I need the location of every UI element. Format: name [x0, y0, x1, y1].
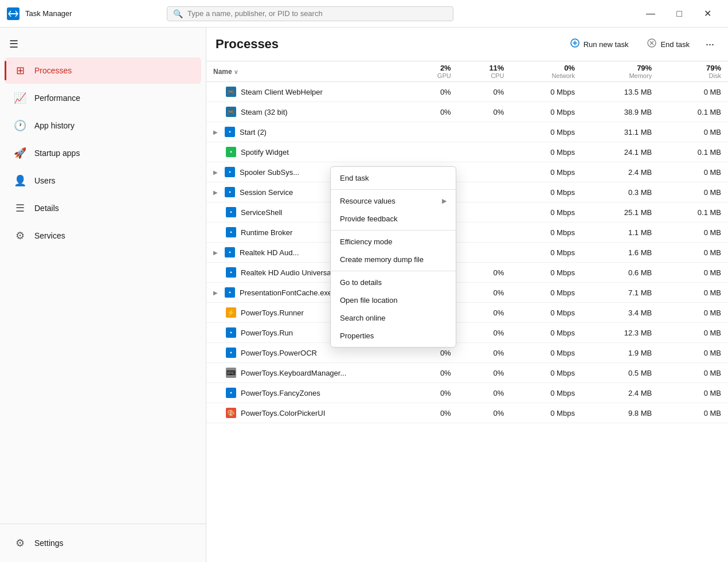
- table-row[interactable]: ▪ Spotify Widget 0 Mbps 24.1 MB 0.1 MB: [206, 142, 728, 162]
- sidebar-item-performance[interactable]: 📈 Performance: [5, 85, 201, 111]
- memory-cell: 12.3 MB: [582, 323, 659, 343]
- context-menu-item-provide-feedback[interactable]: Provide feedback: [331, 210, 456, 228]
- expand-arrow[interactable]: ▶: [213, 169, 218, 175]
- context-menu-label-go-to-details: Go to details: [340, 278, 382, 287]
- context-menu-item-efficiency-mode[interactable]: Efficiency mode: [331, 233, 456, 251]
- sidebar-item-settings[interactable]: ⚙ Settings: [5, 530, 201, 556]
- table-row[interactable]: ▶ ▪ PresentationFontCache.exe 0% 0% 0 Mb…: [206, 283, 728, 303]
- users-icon: 👤: [14, 174, 26, 187]
- col-header-network[interactable]: 0% Network: [511, 61, 582, 82]
- context-menu-item-open-file-location[interactable]: Open file location: [331, 291, 456, 309]
- context-menu-item-resource-values[interactable]: Resource values ▶: [331, 192, 456, 210]
- table-row[interactable]: ▪ Runtime Broker 0 Mbps 1.1 MB 0 MB: [206, 223, 728, 243]
- cpu-cell: 0%: [458, 403, 511, 423]
- table-row[interactable]: 🎮 Steam (32 bit) 0% 0% 0 Mbps 38.9 MB 0.…: [206, 102, 728, 122]
- table-row[interactable]: ▪ Realtek HD Audio Universal Se... 0% 0%…: [206, 263, 728, 283]
- disk-cell: 0 MB: [659, 122, 728, 142]
- process-name: Session Service: [240, 188, 293, 197]
- table-row[interactable]: ▶ ▪ Start (2) 0 Mbps 31.1 MB 0 MB: [206, 122, 728, 142]
- cpu-cell: 0%: [458, 323, 511, 343]
- process-name: PowerToys.Run: [241, 329, 293, 337]
- sidebar-item-processes[interactable]: ⊞ Processes: [5, 57, 201, 84]
- disk-cell: 0 MB: [659, 283, 728, 303]
- end-task-toolbar-button[interactable]: End task: [640, 34, 696, 54]
- memory-cell: 0.6 MB: [582, 263, 659, 283]
- col-header-name[interactable]: Name ∨: [206, 61, 407, 82]
- minimize-button[interactable]: —: [637, 5, 664, 23]
- col-header-gpu[interactable]: 2% GPU: [407, 61, 458, 82]
- table-row[interactable]: 🎨 PowerToys.ColorPickerUI 0% 0% 0 Mbps 9…: [206, 403, 728, 423]
- expand-arrow[interactable]: ▶: [213, 189, 218, 196]
- context-menu-item-go-to-details[interactable]: Go to details: [331, 274, 456, 291]
- network-cell: 0 Mbps: [511, 182, 582, 202]
- memory-cell: 0.5 MB: [582, 363, 659, 383]
- col-header-memory[interactable]: 79% Memory: [582, 61, 659, 82]
- maximize-button[interactable]: □: [666, 5, 692, 23]
- disk-cell: 0 MB: [659, 243, 728, 263]
- context-menu: End task Resource values ▶ Provide feedb…: [330, 166, 456, 348]
- table-row[interactable]: ⚡ PowerToys.Runner 0% 0% 0 Mbps 3.4 MB 0…: [206, 303, 728, 323]
- process-name-cell: 🎮 Steam (32 bit): [206, 102, 407, 122]
- process-name: Spotify Widget: [241, 148, 289, 157]
- network-cell: 0 Mbps: [511, 323, 582, 343]
- titlebar: Task Manager 🔍 — □ ✕: [0, 0, 728, 28]
- process-name-cell: ▪ PowerToys.FancyZones: [206, 383, 407, 403]
- process-name-cell: 🎨 PowerToys.ColorPickerUI: [206, 403, 407, 423]
- disk-cell: 0 MB: [659, 383, 728, 403]
- search-input[interactable]: [187, 9, 447, 18]
- sidebar-item-startup-apps[interactable]: 🚀 Startup apps: [5, 140, 201, 166]
- app-icon: [7, 7, 19, 20]
- network-cell: 0 Mbps: [511, 343, 582, 363]
- gpu-cell: 0%: [407, 403, 458, 423]
- sidebar-item-details[interactable]: ☰ Details: [5, 195, 201, 221]
- table-row[interactable]: ▪ PowerToys.Run 0% 0% 0 Mbps 12.3 MB 0 M…: [206, 323, 728, 343]
- gpu-cell: 0%: [407, 363, 458, 383]
- col-header-cpu[interactable]: 11% CPU: [458, 61, 511, 82]
- cpu-cell: 0%: [458, 263, 511, 283]
- col-header-disk[interactable]: 79% Disk: [659, 61, 728, 82]
- network-cell: 0 Mbps: [511, 243, 582, 263]
- close-button[interactable]: ✕: [695, 5, 721, 23]
- expand-arrow[interactable]: ▶: [213, 290, 218, 296]
- disk-cell: 0 MB: [659, 303, 728, 323]
- separator-separator2: [331, 230, 456, 231]
- end-task-icon: [647, 38, 657, 50]
- run-new-task-button[interactable]: Run new task: [563, 34, 636, 54]
- process-name-cell: ⌨ PowerToys.KeyboardManager...: [206, 363, 407, 383]
- sidebar-item-services[interactable]: ⚙ Services: [5, 223, 201, 249]
- cpu-cell: [458, 223, 511, 243]
- settings-icon: ⚙: [14, 537, 26, 549]
- memory-cell: 7.1 MB: [582, 283, 659, 303]
- sidebar-item-users[interactable]: 👤 Users: [5, 167, 201, 194]
- page-title: Processes: [216, 37, 558, 52]
- table-row[interactable]: ▶ ▪ Session Service 0 Mbps 0.3 MB 0 MB: [206, 182, 728, 202]
- table-row[interactable]: ▪ PowerToys.FancyZones 0% 0% 0 Mbps 2.4 …: [206, 383, 728, 403]
- context-menu-item-search-online[interactable]: Search online: [331, 309, 456, 327]
- gpu-cell: 0%: [407, 82, 458, 102]
- table-row[interactable]: ▶ ▪ Spooler SubSys... 0 Mbps 2.4 MB 0 MB: [206, 162, 728, 182]
- table-row[interactable]: ▶ ▪ Realtek HD Aud... 0 Mbps 1.6 MB 0 MB: [206, 243, 728, 263]
- network-cell: 0 Mbps: [511, 263, 582, 283]
- table-row[interactable]: ⌨ PowerToys.KeyboardManager... 0% 0% 0 M…: [206, 363, 728, 383]
- expand-arrow[interactable]: ▶: [213, 129, 218, 135]
- hamburger-button[interactable]: ☰: [0, 32, 206, 56]
- process-name: ServiceShell: [241, 208, 282, 217]
- context-menu-item-properties[interactable]: Properties: [331, 327, 456, 345]
- table-row[interactable]: 🎮 Steam Client WebHelper 0% 0% 0 Mbps 13…: [206, 82, 728, 102]
- context-menu-label-properties: Properties: [340, 331, 374, 340]
- search-bar[interactable]: 🔍: [167, 6, 453, 21]
- cpu-cell: 0%: [458, 383, 511, 403]
- window-controls: — □ ✕: [637, 5, 721, 23]
- more-options-button[interactable]: ···: [701, 35, 719, 54]
- network-cell: 0 Mbps: [511, 403, 582, 423]
- cpu-cell: [458, 202, 511, 223]
- context-menu-item-create-memory-dump[interactable]: Create memory dump file: [331, 251, 456, 268]
- table-row[interactable]: ▪ ServiceShell 0 Mbps 25.1 MB 0.1 MB: [206, 202, 728, 223]
- process-name: Start (2): [240, 128, 267, 136]
- network-cell: 0 Mbps: [511, 102, 582, 122]
- expand-arrow[interactable]: ▶: [213, 249, 218, 256]
- disk-cell: 0 MB: [659, 162, 728, 182]
- table-row[interactable]: ▪ PowerToys.PowerOCR 0% 0% 0 Mbps 1.9 MB…: [206, 343, 728, 363]
- context-menu-item-end-task[interactable]: End task: [331, 169, 456, 187]
- sidebar-item-app-history[interactable]: 🕐 App history: [5, 112, 201, 139]
